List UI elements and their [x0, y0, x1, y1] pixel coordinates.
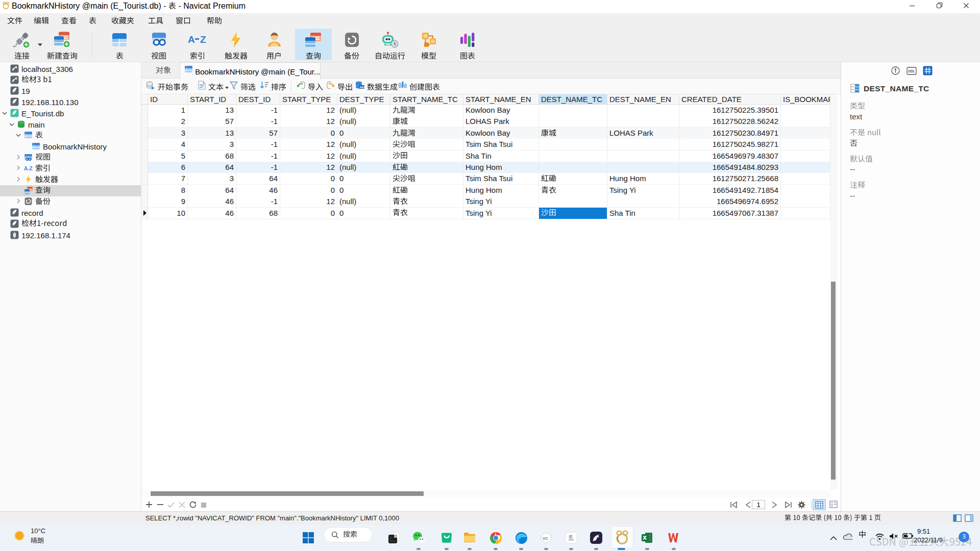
- svg-text:A-Z: A-Z: [24, 166, 33, 171]
- svg-text:Z: Z: [200, 34, 206, 45]
- svg-text:DDL: DDL: [908, 69, 915, 73]
- svg-text:石: 石: [569, 535, 573, 539]
- svg-text:ABC: ABC: [359, 86, 365, 89]
- svg-text:A: A: [188, 34, 195, 45]
- svg-text:VC: VC: [543, 536, 548, 541]
